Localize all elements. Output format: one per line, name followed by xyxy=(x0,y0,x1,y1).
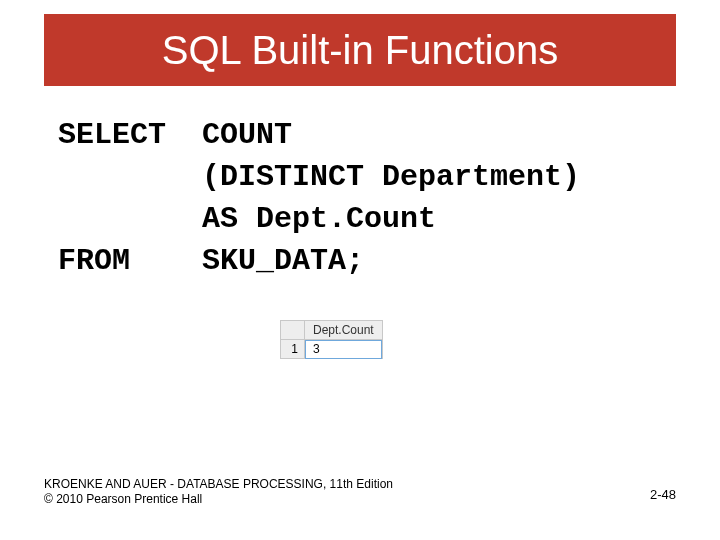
sql-code-block: SELECT COUNT (DISTINCT Department) AS De… xyxy=(58,114,580,282)
kw-from: FROM xyxy=(58,244,130,278)
distinct-clause: (DISTINCT Department) xyxy=(202,160,580,194)
page-number: 2-48 xyxy=(650,487,676,502)
column-header: Dept.Count xyxy=(305,321,383,340)
slide-title: SQL Built-in Functions xyxy=(162,28,558,73)
footer-copyright: © 2010 Pearson Prentice Hall xyxy=(44,492,393,508)
code-line-1: SELECT COUNT xyxy=(58,114,580,156)
table-header-row: Dept.Count xyxy=(281,321,383,340)
code-line-2: (DISTINCT Department) xyxy=(58,156,580,198)
footer-book: KROENKE AND AUER - DATABASE PROCESSING, … xyxy=(44,477,393,493)
table-row: 1 3 xyxy=(281,340,383,359)
title-bar: SQL Built-in Functions xyxy=(44,14,676,86)
kw-select: SELECT xyxy=(58,118,166,152)
rownum-header xyxy=(281,321,305,340)
code-line-4: FROM SKU_DATA; xyxy=(58,240,580,282)
row-number: 1 xyxy=(281,340,305,359)
code-line-3: AS Dept.Count xyxy=(58,198,580,240)
as-alias: AS Dept.Count xyxy=(202,202,436,236)
kw-count: COUNT xyxy=(202,118,292,152)
footer-attribution: KROENKE AND AUER - DATABASE PROCESSING, … xyxy=(44,477,393,508)
query-result-table: Dept.Count 1 3 xyxy=(280,320,383,359)
table-name: SKU_DATA; xyxy=(202,244,364,278)
result-cell: 3 xyxy=(305,340,383,359)
